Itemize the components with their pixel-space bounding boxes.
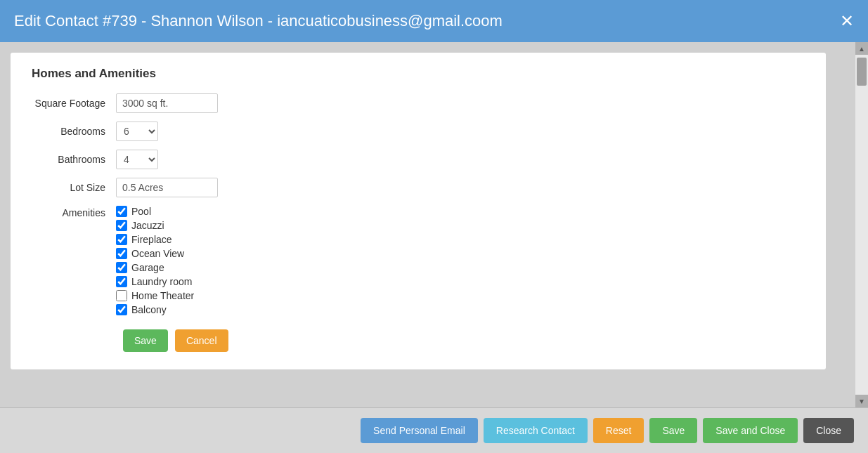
square-footage-row: Square Footage	[32, 93, 805, 113]
amenity-label: Fireplace	[131, 234, 172, 245]
lot-size-row: Lot Size	[32, 178, 805, 197]
card-button-row: Save Cancel	[123, 329, 805, 352]
lot-size-label: Lot Size	[32, 182, 116, 193]
research-contact-button[interactable]: Research Contact	[484, 418, 588, 443]
scroll-down-arrow[interactable]: ▼	[855, 395, 868, 407]
bathrooms-label: Bathrooms	[32, 154, 116, 165]
scrollbar-thumb[interactable]	[857, 58, 867, 86]
amenities-label: Amenities	[32, 206, 116, 218]
amenity-item: Balcony	[116, 304, 194, 315]
amenity-label: Pool	[131, 206, 151, 217]
dialog-header: Edit Contact #739 - Shannon Wilson - ian…	[0, 0, 868, 42]
amenity-label: Jacuzzi	[131, 220, 164, 231]
amenities-row: Amenities PoolJacuzziFireplaceOcean View…	[32, 206, 805, 315]
footer-save-button[interactable]: Save	[649, 418, 697, 443]
close-icon[interactable]: ✕	[840, 13, 854, 29]
vertical-scrollbar[interactable]: ▲ ▼	[855, 42, 868, 407]
amenity-label: Garage	[131, 262, 164, 273]
amenity-label: Ocean View	[131, 248, 184, 259]
bathrooms-select[interactable]: 1 2 3 4 5 6	[116, 150, 158, 169]
scroll-up-arrow[interactable]: ▲	[855, 42, 868, 55]
amenity-item: Garage	[116, 262, 194, 273]
scrollbar-track	[855, 55, 868, 395]
reset-button[interactable]: Reset	[593, 418, 644, 443]
amenity-checkbox-ocean-view[interactable]	[116, 248, 127, 259]
footer-close-button[interactable]: Close	[803, 418, 854, 443]
save-and-close-button[interactable]: Save and Close	[703, 418, 798, 443]
square-footage-label: Square Footage	[32, 98, 116, 109]
square-footage-input[interactable]	[116, 93, 218, 113]
amenity-label: Laundry room	[131, 276, 192, 287]
amenity-item: Pool	[116, 206, 194, 217]
amenity-label: Home Theater	[131, 290, 194, 301]
amenity-item: Jacuzzi	[116, 220, 194, 231]
amenity-checkbox-garage[interactable]	[116, 262, 127, 273]
bedrooms-label: Bedrooms	[32, 126, 116, 137]
amenity-checkbox-fireplace[interactable]	[116, 234, 127, 245]
card-save-button[interactable]: Save	[123, 329, 168, 352]
amenity-item: Laundry room	[116, 276, 194, 287]
amenities-list: PoolJacuzziFireplaceOcean ViewGarageLaun…	[116, 206, 194, 315]
amenity-checkbox-home-theater[interactable]	[116, 290, 127, 301]
amenity-item: Ocean View	[116, 248, 194, 259]
homes-amenities-card: Homes and Amenities Square Footage Bedro…	[11, 53, 826, 369]
bathrooms-row: Bathrooms 1 2 3 4 5 6	[32, 150, 805, 169]
amenity-checkbox-pool[interactable]	[116, 206, 127, 217]
amenity-label: Balcony	[131, 304, 167, 315]
card-cancel-button[interactable]: Cancel	[175, 329, 228, 352]
main-content-area: ▲ ▼ Homes and Amenities Square Footage B…	[0, 42, 868, 407]
send-personal-email-button[interactable]: Send Personal Email	[361, 418, 478, 443]
amenity-checkbox-jacuzzi[interactable]	[116, 220, 127, 231]
bedrooms-select[interactable]: 1 2 3 4 5 6 7 8	[116, 122, 158, 141]
card-title: Homes and Amenities	[32, 67, 805, 81]
amenity-checkbox-laundry-room[interactable]	[116, 276, 127, 287]
footer-toolbar: Send Personal Email Research Contact Res…	[0, 407, 868, 453]
lot-size-input[interactable]	[116, 178, 218, 197]
amenity-item: Fireplace	[116, 234, 194, 245]
amenity-checkbox-balcony[interactable]	[116, 304, 127, 315]
dialog-title: Edit Contact #739 - Shannon Wilson - ian…	[14, 12, 503, 30]
amenity-item: Home Theater	[116, 290, 194, 301]
bedrooms-row: Bedrooms 1 2 3 4 5 6 7 8	[32, 122, 805, 141]
